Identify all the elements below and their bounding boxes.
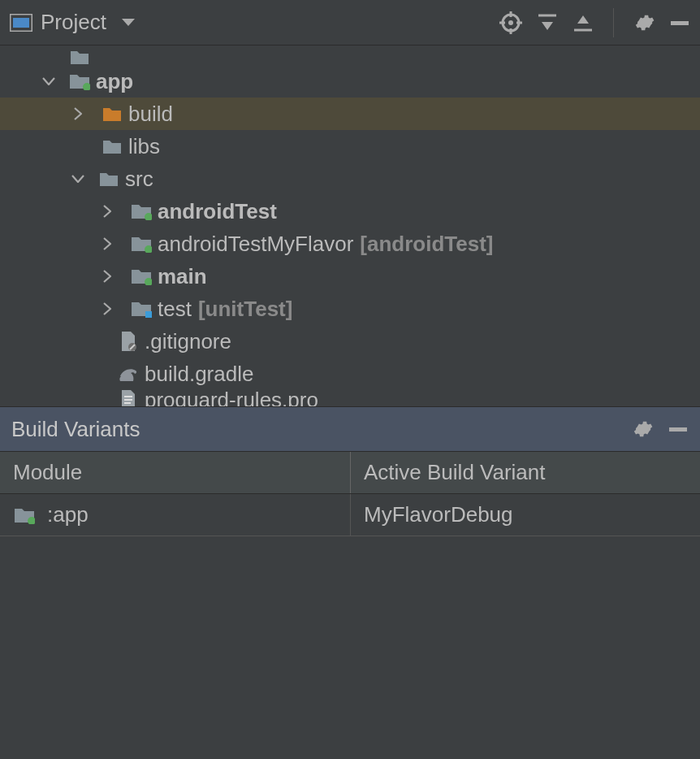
project-tree[interactable]: app build libs src (0, 46, 700, 406)
svg-rect-1 (13, 18, 29, 28)
svg-rect-10 (671, 21, 689, 25)
tree-row-app[interactable]: app (0, 65, 700, 98)
test-folder-icon (130, 300, 153, 318)
arrow-placeholder (97, 364, 117, 384)
module-folder-icon (130, 267, 153, 285)
tree-row-main[interactable]: main (0, 260, 700, 293)
project-toolbar: Project (0, 0, 700, 46)
svg-rect-20 (124, 402, 131, 404)
expand-all-icon[interactable] (537, 12, 558, 33)
tree-node-label: test (158, 297, 192, 322)
tree-node-label: androidTestMyFlavor (158, 232, 353, 257)
tree-node-label: build.gradle (145, 362, 253, 387)
build-variants-title: Build Variants (11, 417, 632, 442)
project-toolbar-title: Project (41, 10, 106, 35)
file-icon (117, 331, 140, 352)
tree-node-label: proguard-rules.pro (145, 390, 318, 406)
folder-icon (101, 106, 123, 122)
view-mode-dropdown-icon[interactable] (121, 18, 136, 28)
folder-icon (97, 171, 120, 187)
gear-icon[interactable] (633, 12, 655, 33)
chevron-right-icon[interactable] (68, 104, 88, 124)
tree-node-label: src (125, 167, 153, 192)
tree-row-gitignore[interactable]: .gitignore (0, 325, 700, 358)
build-variants-body (0, 536, 700, 759)
module-folder-icon (130, 235, 153, 253)
tree-row-partial[interactable] (0, 49, 700, 65)
gradle-icon (117, 365, 140, 383)
arrow-placeholder (97, 390, 117, 406)
target-icon[interactable] (499, 11, 522, 34)
build-variants-header: Build Variants (0, 406, 700, 452)
tree-row-src[interactable]: src (0, 163, 700, 195)
tree-row-androidtestmyflavor[interactable]: androidTestMyFlavor [androidTest] (0, 228, 700, 260)
cell-module-text: :app (47, 502, 89, 527)
chevron-right-icon[interactable] (97, 267, 117, 286)
gear-icon[interactable] (632, 419, 653, 440)
module-folder-icon (130, 202, 153, 220)
chevron-down-icon[interactable] (39, 72, 58, 91)
toolbar-divider (613, 8, 614, 37)
tree-node-label: libs (128, 134, 160, 159)
arrow-placeholder (68, 137, 88, 156)
build-variants-columns: Module Active Build Variant (0, 452, 700, 494)
folder-icon (101, 138, 123, 154)
folder-icon (68, 49, 91, 65)
tree-row-test[interactable]: test [unitTest] (0, 293, 700, 325)
build-variants-row[interactable]: :app MyFlavorDebug (0, 494, 700, 536)
cell-variant-text: MyFlavorDebug (364, 502, 513, 527)
svg-rect-21 (669, 427, 687, 432)
tree-node-label: .gitignore (145, 329, 231, 354)
tree-node-label: main (158, 264, 207, 289)
chevron-right-icon[interactable] (97, 234, 117, 254)
tree-node-hint: [unitTest] (198, 297, 293, 322)
svg-rect-19 (124, 399, 132, 401)
module-folder-icon (68, 72, 91, 90)
chevron-right-icon[interactable] (97, 299, 117, 319)
tree-row-proguard[interactable]: proguard-rules.pro (0, 390, 700, 406)
tree-node-label: app (96, 69, 133, 94)
file-icon (117, 390, 140, 406)
chevron-right-icon[interactable] (97, 202, 117, 221)
col-variant-header: Active Build Variant (351, 452, 700, 493)
svg-rect-18 (124, 396, 132, 397)
tree-node-hint: [androidTest] (360, 232, 493, 257)
col-module-header: Module (0, 452, 351, 493)
collapse-all-icon[interactable] (573, 12, 594, 33)
project-pane-icon (10, 14, 32, 32)
tree-row-build-gradle[interactable]: build.gradle (0, 358, 700, 390)
minimize-icon[interactable] (668, 419, 689, 440)
cell-variant[interactable]: MyFlavorDebug (351, 494, 700, 536)
module-folder-icon (13, 506, 36, 524)
tree-node-label: build (128, 102, 173, 127)
svg-rect-15 (145, 311, 152, 318)
chevron-down-icon[interactable] (68, 169, 88, 189)
tree-row-androidtest[interactable]: androidTest (0, 195, 700, 228)
tree-row-libs[interactable]: libs (0, 130, 700, 163)
tree-node-label: androidTest (158, 199, 277, 224)
minimize-icon[interactable] (669, 12, 690, 33)
arrow-placeholder (97, 332, 117, 351)
cell-module[interactable]: :app (0, 494, 351, 536)
tree-row-build[interactable]: build (0, 98, 700, 130)
svg-point-7 (508, 20, 513, 25)
